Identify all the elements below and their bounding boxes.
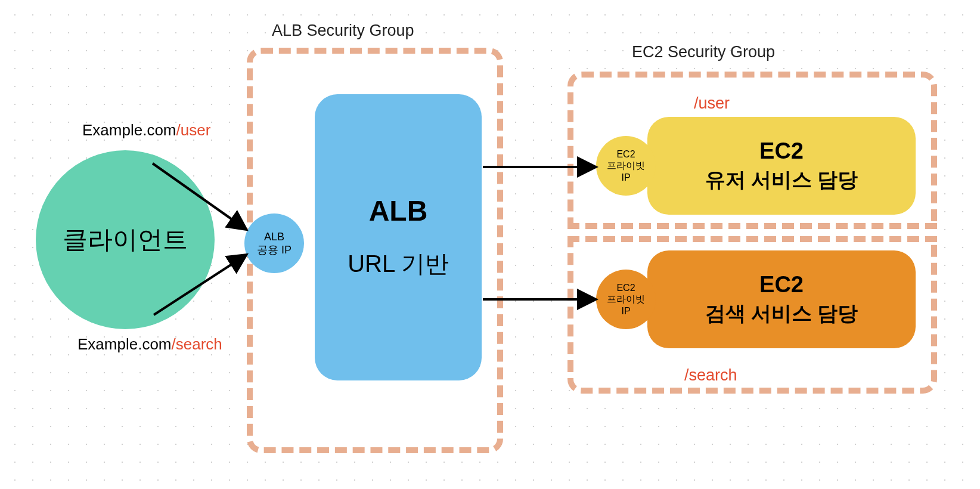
ec2-user-ip-line2: 프라이빗 [607, 160, 645, 171]
url-top-prefix: Example.com [82, 121, 176, 139]
client-label: 클라이언트 [63, 223, 188, 256]
ec2-user-private-ip-node: EC2 프라이빗 IP [596, 136, 656, 196]
ec2-user-line2: 유저 서비스 담당 [705, 166, 858, 194]
route-user-label: /user [694, 94, 730, 113]
ec2-user-node: EC2 유저 서비스 담당 [647, 117, 916, 215]
url-top-path: /user [176, 121, 211, 139]
ec2-search-line1: EC2 [759, 272, 804, 298]
ec2-search-ip-line1: EC2 [616, 282, 635, 293]
client-node: 클라이언트 [36, 150, 215, 329]
url-bottom-path: /search [172, 335, 222, 353]
diagram-canvas: 클라이언트 Example.com/user Example.com/searc… [0, 0, 980, 489]
alb-public-ip-node: ALB 공용 IP [244, 213, 304, 273]
ec2-search-private-ip-node: EC2 프라이빗 IP [596, 270, 656, 329]
alb-ip-line1: ALB [264, 230, 284, 244]
alb-box-line1: ALB [369, 194, 428, 227]
ec2-search-node: EC2 검색 서비스 담당 [647, 250, 916, 348]
alb-ip-line2: 공용 IP [257, 243, 291, 257]
alb-node: ALB URL 기반 [315, 94, 482, 380]
url-bottom-prefix: Example.com [77, 335, 172, 353]
ec2-sg-divider [566, 227, 938, 239]
ec2-search-ip-line3: IP [621, 305, 630, 317]
alb-sg-title: ALB Security Group [272, 21, 414, 40]
ec2-sg-title: EC2 Security Group [632, 43, 775, 61]
client-url-bottom: Example.com/search [77, 335, 222, 354]
alb-box-line2: URL 기반 [348, 247, 449, 280]
ec2-user-ip-line1: EC2 [616, 148, 635, 160]
route-search-label: /search [684, 366, 737, 385]
ec2-user-ip-line3: IP [621, 172, 630, 183]
ec2-search-line2: 검색 서비스 담당 [705, 300, 858, 327]
client-url-top: Example.com/user [82, 121, 210, 140]
ec2-search-ip-line2: 프라이빗 [607, 293, 645, 305]
ec2-user-line1: EC2 [759, 138, 804, 164]
